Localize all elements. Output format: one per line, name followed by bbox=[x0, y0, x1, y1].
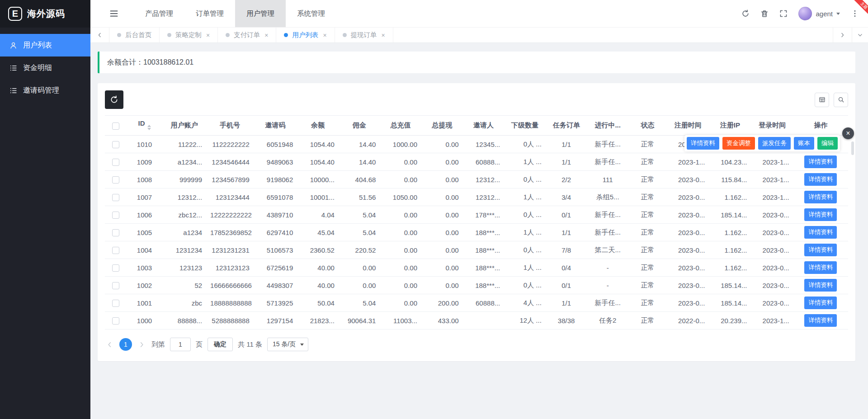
row-checkbox[interactable] bbox=[112, 159, 119, 166]
row-checkbox[interactable] bbox=[112, 247, 119, 254]
refresh-table-button[interactable] bbox=[105, 90, 123, 109]
detail-button[interactable]: 详情资料 bbox=[804, 279, 837, 292]
column-header-label: 手机号 bbox=[220, 121, 240, 129]
detail-button[interactable]: 详情资料 bbox=[804, 297, 837, 309]
close-icon[interactable]: × bbox=[323, 32, 326, 39]
refresh-icon[interactable] bbox=[741, 9, 750, 18]
cell-actions: 详情资料 bbox=[793, 312, 848, 330]
close-icon[interactable]: × bbox=[206, 32, 210, 39]
topnav-item-2[interactable]: 订单管理 bbox=[184, 0, 235, 27]
detail-button[interactable]: 详情资料 bbox=[804, 244, 837, 256]
cell-reg_ip: 185.14... bbox=[709, 277, 751, 294]
hamburger-icon[interactable] bbox=[109, 9, 118, 18]
tab-4[interactable]: 用户列表× bbox=[276, 28, 335, 42]
cell-account: 123123 bbox=[163, 259, 207, 277]
cell-account: 11222... bbox=[163, 136, 207, 153]
pagination-next-button[interactable] bbox=[137, 341, 146, 348]
close-icon[interactable]: × bbox=[842, 127, 854, 139]
tab-scroll-right-button[interactable] bbox=[833, 28, 852, 42]
cell-balance: 21823... bbox=[297, 312, 339, 330]
cell-withdraw: 0.00 bbox=[421, 206, 463, 224]
table-row[interactable]: 1005a123417852369852629741045.045.040.00… bbox=[105, 224, 848, 241]
cell-ongoing: 新手任... bbox=[587, 294, 628, 312]
main-area: 产品管理订单管理用户管理系统管理 agent 后台首页策略定制×支付订单×用户列… bbox=[90, 0, 868, 419]
detail-button[interactable]: 详情资料 bbox=[804, 208, 837, 221]
table-row[interactable]: 1001zbc18888888888571392550.045.040.0020… bbox=[105, 294, 848, 312]
sidebar-item-2[interactable]: 资金明细 bbox=[0, 56, 90, 79]
pagination-page-1[interactable]: 1 bbox=[119, 338, 132, 351]
detail-button[interactable]: 详情资料 bbox=[804, 191, 837, 203]
select-all-checkbox[interactable] bbox=[112, 122, 119, 130]
page-size-select[interactable]: 15 条/页 bbox=[267, 338, 308, 351]
topnav-item-4[interactable]: 系统管理 bbox=[286, 0, 336, 27]
cell-account: 1231234 bbox=[163, 241, 207, 259]
row-checkbox[interactable] bbox=[112, 141, 119, 148]
cell-balance: 50.04 bbox=[297, 294, 339, 312]
sidebar-item-3[interactable]: 邀请码管理 bbox=[0, 79, 90, 102]
cell-commission: 0.00 bbox=[339, 277, 380, 294]
cell-status: 正常 bbox=[628, 259, 667, 277]
tab-5[interactable]: 提现订单× bbox=[335, 28, 393, 42]
tab-1[interactable]: 后台首页 bbox=[109, 28, 160, 42]
column-header-11: 任务订单 bbox=[546, 116, 587, 136]
detail-button[interactable]: 详情资料 bbox=[804, 314, 837, 327]
row-checkbox[interactable] bbox=[112, 229, 119, 236]
columns-button[interactable] bbox=[815, 93, 829, 107]
popup-action-button-2[interactable]: 资金调整 bbox=[722, 137, 755, 150]
more-vertical-icon[interactable] bbox=[851, 9, 859, 18]
row-checkbox[interactable] bbox=[112, 282, 119, 289]
row-checkbox[interactable] bbox=[112, 264, 119, 272]
fullscreen-icon[interactable] bbox=[779, 9, 788, 18]
cell-withdraw: 433.00 bbox=[421, 312, 463, 330]
tab-menu-button[interactable] bbox=[852, 28, 868, 42]
detail-button[interactable]: 详情资料 bbox=[804, 155, 837, 168]
popup-action-button-3[interactable]: 派发任务 bbox=[758, 137, 791, 150]
trash-icon[interactable] bbox=[760, 9, 769, 18]
table-row[interactable]: 1009a1234...123454644494890631054.4014.4… bbox=[105, 153, 848, 171]
cell-account: a1234... bbox=[163, 153, 207, 171]
detail-button[interactable]: 详情资料 bbox=[804, 261, 837, 274]
row-checkbox[interactable] bbox=[112, 317, 119, 325]
close-icon[interactable]: × bbox=[382, 32, 385, 39]
table-row[interactable]: 100712312...123123444659107810001...51.5… bbox=[105, 188, 848, 206]
list-icon bbox=[9, 87, 17, 94]
row-checkbox[interactable] bbox=[112, 212, 119, 219]
close-icon[interactable]: × bbox=[264, 32, 268, 39]
popup-action-button-1[interactable]: 详情资料 bbox=[687, 137, 719, 150]
goto-page-input[interactable] bbox=[170, 338, 191, 351]
cell-balance: 10001... bbox=[297, 188, 339, 206]
cell-id: 1010 bbox=[126, 136, 162, 153]
user-menu[interactable]: agent bbox=[798, 7, 840, 20]
topnav-item-1[interactable]: 产品管理 bbox=[134, 0, 184, 27]
search-button[interactable] bbox=[834, 93, 848, 107]
row-checkbox[interactable] bbox=[112, 176, 119, 184]
cell-recharge: 0.00 bbox=[380, 259, 421, 277]
table-row[interactable]: 10025216666666666449830740.000.000.000.0… bbox=[105, 277, 848, 294]
sort-icon[interactable] bbox=[147, 123, 151, 132]
topnav-item-3[interactable]: 用户管理 bbox=[235, 0, 286, 27]
sidebar-item-1[interactable]: 用户列表 bbox=[0, 34, 90, 56]
cell-subs: 0人 ... bbox=[504, 171, 546, 188]
detail-button[interactable]: 详情资料 bbox=[804, 173, 837, 186]
tab-3[interactable]: 支付订单× bbox=[218, 28, 276, 42]
row-checkbox[interactable] bbox=[112, 194, 119, 201]
pagination-prev-button[interactable] bbox=[105, 341, 114, 348]
popup-action-button-5[interactable]: 编辑 bbox=[817, 137, 838, 150]
confirm-button[interactable]: 确定 bbox=[208, 338, 233, 351]
table-row[interactable]: 10089999991234567899919806210000...404.6… bbox=[105, 171, 848, 188]
table-row[interactable]: 10041231234123123123151065732360.52220.5… bbox=[105, 241, 848, 259]
column-header-9: 邀请人 bbox=[463, 116, 505, 136]
popup-action-button-4[interactable]: 账本 bbox=[794, 137, 814, 150]
table-row[interactable]: 1003123123123123123672561940.000.000.000… bbox=[105, 259, 848, 277]
tab-scroll-left-button[interactable] bbox=[90, 28, 109, 42]
table-row[interactable]: 1006zbc12...1222222222243897104.045.040.… bbox=[105, 206, 848, 224]
tab-2[interactable]: 策略定制× bbox=[160, 28, 218, 42]
tab-dot bbox=[343, 33, 347, 37]
column-header-1[interactable]: ID bbox=[126, 116, 162, 136]
cell-subs: 4人 ... bbox=[504, 294, 546, 312]
table-row[interactable]: 100088888...5288888888129715421823...900… bbox=[105, 312, 848, 330]
detail-button[interactable]: 详情资料 bbox=[804, 226, 837, 239]
row-checkbox[interactable] bbox=[112, 300, 119, 307]
cell-ongoing: 111 bbox=[587, 171, 628, 188]
scrollbar-thumb[interactable] bbox=[851, 141, 854, 155]
